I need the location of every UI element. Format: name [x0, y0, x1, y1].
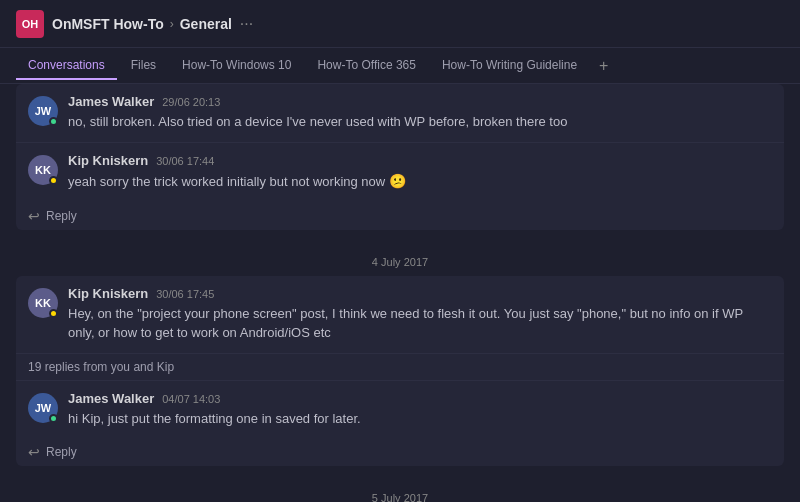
add-tab-button[interactable]: +: [591, 55, 616, 77]
status-indicator-away: [49, 176, 58, 185]
message-header: James Walker 29/06 20:13: [68, 94, 772, 109]
conversations-content: JW James Walker 29/06 20:13 no, still br…: [0, 84, 800, 502]
tab-conversations[interactable]: Conversations: [16, 52, 117, 80]
tab-writing-guideline[interactable]: How-To Writing Guideline: [430, 52, 589, 80]
author-name: James Walker: [68, 391, 154, 406]
reply-label: Reply: [46, 445, 77, 459]
thread-2: KK Kip Kniskern 30/06 17:45 Hey, on the …: [16, 276, 784, 467]
emoji: 😕: [389, 173, 406, 189]
message-time: 29/06 20:13: [162, 96, 220, 108]
status-indicator: [49, 117, 58, 126]
author-name: Kip Kniskern: [68, 153, 148, 168]
breadcrumb-chevron: ›: [170, 17, 174, 31]
team-avatar: OH: [16, 10, 44, 38]
message-text: hi Kip, just put the formatting one in s…: [68, 409, 772, 429]
reply-button-1[interactable]: ↩ Reply: [16, 202, 784, 230]
reply-label: Reply: [46, 209, 77, 223]
message-text: no, still broken. Also tried on a device…: [68, 112, 772, 132]
message-kk-2: KK Kip Kniskern 30/06 17:45 Hey, on the …: [16, 276, 784, 353]
author-name: James Walker: [68, 94, 154, 109]
replies-count[interactable]: 19 replies from you and Kip: [16, 353, 784, 380]
message-kk-1: KK Kip Kniskern 30/06 17:44 yeah sorry t…: [16, 142, 784, 202]
tab-how-to-windows[interactable]: How-To Windows 10: [170, 52, 303, 80]
more-options-button[interactable]: ···: [240, 15, 253, 33]
avatar-kip-kniskern: KK: [28, 155, 58, 185]
reply-button-2[interactable]: ↩ Reply: [16, 438, 784, 466]
message-jw-nested: JW James Walker 04/07 14:03 hi Kip, just…: [16, 380, 784, 439]
author-name: Kip Kniskern: [68, 286, 148, 301]
message-body: James Walker 29/06 20:13 no, still broke…: [68, 94, 772, 132]
message-body: Kip Kniskern 30/06 17:45 Hey, on the "pr…: [68, 286, 772, 343]
avatar-james-walker: JW: [28, 96, 58, 126]
message-header: Kip Kniskern 30/06 17:44: [68, 153, 772, 168]
team-name: OnMSFT How-To: [52, 16, 164, 32]
message-text: yeah sorry the trick worked initially bu…: [68, 171, 772, 192]
message-body: James Walker 04/07 14:03 hi Kip, just pu…: [68, 391, 772, 429]
message-header: James Walker 04/07 14:03: [68, 391, 772, 406]
message-jw-1: JW James Walker 29/06 20:13 no, still br…: [16, 84, 784, 142]
status-indicator: [49, 414, 58, 423]
message-body: Kip Kniskern 30/06 17:44 yeah sorry the …: [68, 153, 772, 192]
status-indicator: [49, 309, 58, 318]
message-time: 04/07 14:03: [162, 393, 220, 405]
header: OH OnMSFT How-To › General ···: [0, 0, 800, 48]
tab-how-to-office365[interactable]: How-To Office 365: [305, 52, 428, 80]
channel-name: General: [180, 16, 232, 32]
date-separator-july5: 5 July 2017: [16, 478, 784, 502]
message-text: Hey, on the "project your phone screen" …: [68, 304, 772, 343]
reply-icon: ↩: [28, 444, 40, 460]
avatar-james-walker-nested: JW: [28, 393, 58, 423]
message-header: Kip Kniskern 30/06 17:45: [68, 286, 772, 301]
thread-1: JW James Walker 29/06 20:13 no, still br…: [16, 84, 784, 230]
date-separator-july4: 4 July 2017: [16, 242, 784, 276]
message-time: 30/06 17:45: [156, 288, 214, 300]
tab-files[interactable]: Files: [119, 52, 168, 80]
tabs-bar: Conversations Files How-To Windows 10 Ho…: [0, 48, 800, 84]
avatar-kip-kniskern-2: KK: [28, 288, 58, 318]
message-time: 30/06 17:44: [156, 155, 214, 167]
reply-icon: ↩: [28, 208, 40, 224]
